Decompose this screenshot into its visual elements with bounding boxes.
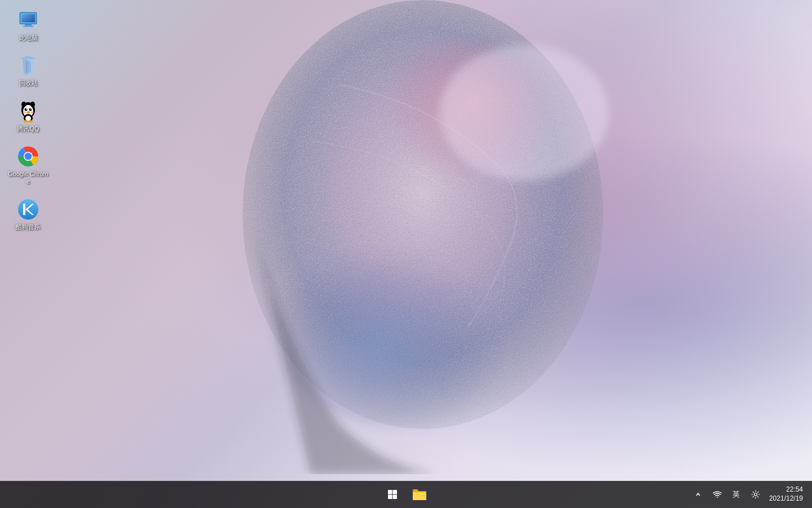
taskbar-center — [380, 482, 432, 507]
qq-icon-label: 腾讯QQ — [17, 125, 39, 133]
svg-point-18 — [26, 108, 27, 110]
desktop-icon-kugou-music[interactable]: 酷狗音乐 — [6, 195, 51, 234]
desktop-icon-qq[interactable]: 腾讯QQ — [6, 97, 51, 136]
recycle-bin-icon-label: 回收站 — [19, 79, 38, 87]
recycle-bin-icon — [17, 54, 39, 77]
svg-point-33 — [25, 152, 32, 160]
svg-rect-36 — [388, 490, 392, 494]
chrome-icon-label: Google Chrome — [8, 170, 48, 186]
svg-rect-35 — [23, 204, 25, 215]
settings-tray-button[interactable] — [748, 487, 764, 502]
svg-point-41 — [754, 493, 757, 496]
desktop-icon-computer[interactable]: 此电脑 — [6, 6, 51, 45]
language-indicator[interactable]: 英 — [729, 487, 744, 502]
start-button[interactable] — [380, 482, 405, 507]
svg-point-28 — [21, 102, 26, 107]
svg-point-29 — [30, 102, 35, 107]
windows-logo-icon — [387, 489, 398, 500]
show-hidden-icons-button[interactable] — [690, 487, 706, 502]
network-button[interactable] — [709, 487, 725, 502]
svg-rect-38 — [388, 495, 392, 500]
taskbar-right: 英 22:54 2021/12/19 — [690, 484, 812, 504]
svg-point-27 — [28, 120, 33, 122]
clock-date: 2021/12/19 — [769, 494, 803, 503]
svg-point-26 — [24, 120, 28, 122]
computer-icon — [17, 9, 39, 32]
svg-point-23 — [30, 111, 34, 113]
system-clock[interactable]: 22:54 2021/12/19 — [767, 484, 805, 504]
desktop-icon-google-chrome[interactable]: Google Chrome — [6, 142, 51, 190]
svg-rect-8 — [21, 14, 36, 23]
clock-time: 22:54 — [786, 485, 803, 494]
svg-rect-7 — [23, 26, 34, 27]
svg-rect-6 — [25, 24, 31, 26]
svg-rect-10 — [25, 56, 31, 58]
wallpaper — [0, 0, 812, 508]
kugou-icon-label: 酷狗音乐 — [16, 223, 41, 231]
file-explorer-button[interactable] — [407, 482, 432, 507]
svg-point-19 — [30, 108, 32, 110]
folder-icon — [412, 488, 427, 501]
svg-point-17 — [29, 108, 32, 111]
network-icon — [713, 491, 722, 498]
svg-point-16 — [25, 108, 28, 111]
chevron-up-icon — [695, 492, 701, 497]
svg-rect-39 — [393, 495, 398, 500]
taskbar: 英 22:54 2021/12/19 — [0, 481, 812, 508]
svg-rect-37 — [393, 490, 398, 494]
kugou-icon — [17, 198, 39, 221]
desktop-icon-recycle-bin[interactable]: 回收站 — [6, 51, 51, 90]
chrome-icon — [17, 145, 39, 168]
settings-icon — [751, 490, 760, 499]
desktop-icons-container: 此电脑 回收站 — [0, 0, 56, 463]
svg-rect-40 — [413, 492, 426, 500]
svg-point-22 — [23, 111, 26, 113]
svg-point-34 — [18, 199, 38, 220]
qq-icon — [17, 100, 39, 122]
computer-icon-label: 此电脑 — [19, 34, 38, 42]
